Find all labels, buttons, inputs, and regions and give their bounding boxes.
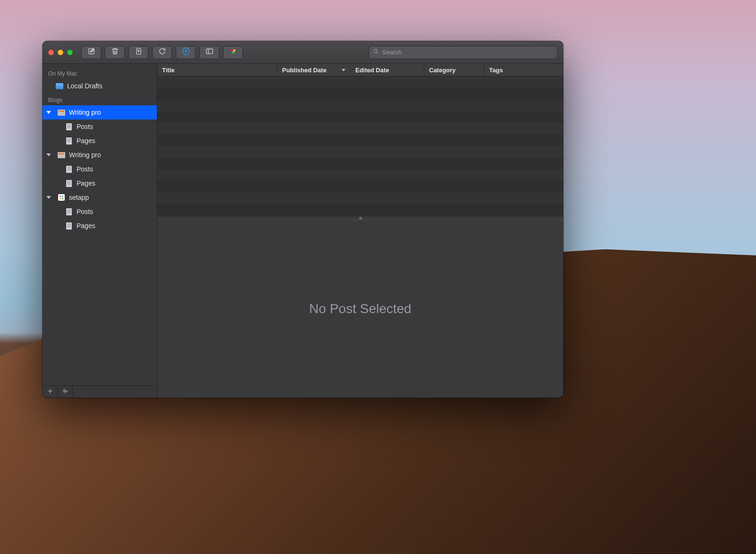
column-header-tags[interactable]: Tags — [484, 64, 563, 76]
compass-icon — [182, 47, 190, 57]
photos-icon — [229, 47, 237, 57]
titlebar — [43, 41, 563, 64]
table-row — [157, 111, 563, 123]
layout-button[interactable] — [199, 46, 219, 59]
document-upload-icon — [135, 47, 143, 57]
main-panel: Title Published Date Edited Date Categor… — [157, 64, 563, 398]
svg-point-6 — [232, 51, 234, 54]
sidebar-item-posts[interactable]: Posts — [43, 162, 157, 176]
traffic-lights — [48, 50, 73, 55]
splitter-grip-icon — [359, 217, 362, 220]
compose-icon — [87, 47, 95, 57]
disclosure-triangle-icon[interactable] — [46, 196, 51, 199]
sidebar-item-label: Writing pro — [69, 109, 101, 116]
refresh-icon — [158, 47, 166, 57]
sort-descending-icon — [342, 69, 345, 71]
table-row — [157, 100, 563, 111]
column-header-published-date[interactable]: Published Date — [277, 64, 351, 76]
sidebar-item-label: Pages — [77, 137, 95, 145]
setapp-icon — [58, 194, 65, 201]
layout-icon — [206, 47, 214, 57]
table-row — [157, 204, 563, 216]
svg-rect-3 — [206, 49, 213, 54]
add-button[interactable] — [43, 386, 58, 398]
close-window-button[interactable] — [48, 50, 54, 55]
sidebar-item-local-drafts[interactable]: Local Drafts — [43, 79, 157, 93]
media-button[interactable] — [223, 46, 243, 59]
table-row — [157, 192, 563, 204]
sidebar-item-posts[interactable]: Posts — [43, 205, 157, 219]
column-header-edited-date[interactable]: Edited Date — [351, 64, 424, 76]
preview-in-browser-button[interactable] — [176, 46, 196, 59]
post-list[interactable] — [157, 77, 563, 216]
folder-icon — [56, 83, 63, 89]
column-header-title[interactable]: Title — [157, 64, 277, 76]
sidebar-footer — [43, 385, 157, 398]
table-row — [157, 181, 563, 193]
fullscreen-window-button[interactable] — [67, 50, 73, 55]
document-icon — [65, 180, 73, 187]
refresh-button[interactable] — [152, 46, 172, 59]
document-icon — [65, 222, 73, 229]
blog-icon — [58, 152, 65, 158]
sidebar-section-header: Blogs — [43, 93, 157, 105]
sidebar-item-blog-setapp[interactable]: setapp — [43, 190, 157, 205]
column-headers: Title Published Date Edited Date Categor… — [157, 64, 563, 77]
sidebar-item-pages[interactable]: Pages — [43, 219, 157, 233]
empty-state-text: No Post Selected — [309, 301, 411, 316]
sidebar-item-posts[interactable]: Posts — [43, 119, 157, 134]
preview-pane: No Post Selected — [157, 220, 563, 398]
pane-splitter[interactable] — [157, 216, 563, 220]
search-input[interactable] — [382, 49, 553, 56]
svg-point-8 — [64, 390, 66, 392]
sidebar-item-label: Pages — [77, 222, 95, 230]
delete-button[interactable] — [105, 46, 125, 59]
sidebar-item-label: Posts — [77, 123, 93, 130]
table-row — [157, 169, 563, 181]
sidebar-item-label: Posts — [77, 165, 93, 173]
compose-button[interactable] — [81, 46, 101, 59]
sidebar-item-label: Writing pro — [69, 151, 101, 159]
blog-icon — [58, 109, 65, 116]
document-icon — [65, 123, 73, 130]
search-field[interactable] — [369, 46, 558, 59]
table-row — [157, 158, 563, 170]
sidebar-section-header: On My Mac — [43, 67, 157, 79]
table-row — [157, 88, 563, 100]
sidebar-item-label: Pages — [77, 179, 95, 187]
sidebar: On My Mac Local Drafts Blogs Writing pro… — [43, 64, 157, 398]
sidebar-item-pages[interactable]: Pages — [43, 176, 157, 190]
sidebar-item-blog-writing-pro[interactable]: Writing pro — [43, 105, 157, 119]
disclosure-triangle-icon[interactable] — [46, 153, 51, 156]
trash-icon — [111, 47, 119, 57]
svg-point-7 — [374, 49, 377, 52]
sidebar-item-label: Local Drafts — [67, 82, 103, 90]
table-row — [157, 135, 563, 146]
table-row — [157, 123, 563, 135]
gear-dropdown-icon — [62, 388, 69, 396]
publish-button[interactable] — [129, 46, 148, 59]
minimize-window-button[interactable] — [58, 50, 63, 55]
document-icon — [65, 137, 73, 144]
document-icon — [65, 208, 73, 215]
sidebar-item-blog-writing-pro-2[interactable]: Writing pro — [43, 148, 157, 162]
sidebar-item-pages[interactable]: Pages — [43, 134, 157, 148]
column-header-category[interactable]: Category — [424, 64, 484, 76]
plus-icon — [47, 388, 53, 396]
disclosure-triangle-icon[interactable] — [46, 111, 51, 114]
app-window: On My Mac Local Drafts Blogs Writing pro… — [43, 41, 563, 398]
table-row — [157, 77, 563, 88]
search-icon — [373, 48, 379, 57]
table-row — [157, 146, 563, 158]
actions-menu-button[interactable] — [58, 386, 73, 398]
document-icon — [65, 166, 73, 172]
sidebar-item-label: Posts — [77, 208, 93, 215]
sidebar-item-label: setapp — [69, 194, 89, 201]
